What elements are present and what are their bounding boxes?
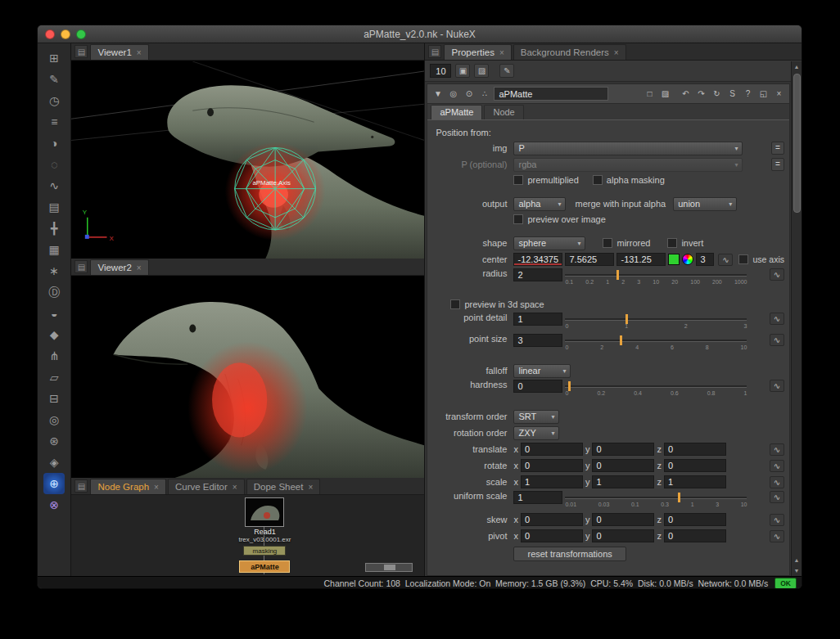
ocio-tools-icon[interactable]: ◎ [43,409,65,430]
time-tools-icon[interactable]: ◷ [43,90,65,111]
hide-input-icon[interactable]: □ [644,88,656,100]
revert-icon[interactable]: ↻ [711,88,723,100]
collapse-panel-icon[interactable]: ▼ [431,88,444,100]
falloff-dropdown[interactable]: linear ▾ [513,364,571,378]
curve-editor-tab[interactable]: Curve Editor × [168,479,245,494]
plugin-blue-icon[interactable]: ⊕ [43,473,65,494]
scale-x-field[interactable] [521,475,583,488]
close-panel-icon[interactable]: × [773,88,785,100]
mask-node[interactable]: masking [243,546,286,556]
transform-order-dropdown[interactable]: SRT ▾ [513,410,559,424]
pivot-x-field[interactable] [521,529,583,542]
alpha-masking-checkbox[interactable]: alpha masking [593,175,665,185]
close-window-button[interactable] [45,29,55,39]
color-wheel-icon[interactable] [682,254,693,265]
node-graph-tab[interactable]: Node Graph × [90,479,166,494]
skew-x-field[interactable] [521,513,583,526]
3d-tools-icon[interactable]: ▦ [43,239,65,260]
zoom-window-button[interactable] [76,29,86,39]
script-icon[interactable]: S [726,88,738,100]
center-node-icon[interactable]: ◎ [447,88,459,100]
scroll-up-icon[interactable]: ▲ [792,555,802,565]
pin-panels-icon[interactable]: ▣ [455,64,470,78]
deep-tools-icon[interactable]: Ⓓ [43,281,65,303]
particles-tools-icon[interactable]: ∗ [43,260,65,281]
scale-z-field[interactable] [664,475,726,488]
hardness-slider[interactable]: 00.20.40.60.81 [565,380,747,399]
scroll-down-icon[interactable]: ▼ [792,565,802,576]
keyer-tools-icon[interactable]: ∿ [43,175,65,196]
plugin-purple-icon[interactable]: ⊗ [43,494,65,515]
invert-checkbox[interactable]: invert [667,238,703,248]
node-color-icon[interactable]: ⊙ [463,88,475,100]
point-detail-slider[interactable]: 0123 [565,313,747,332]
viewer1-viewport[interactable]: aPMatte.Axis Y X [71,61,424,259]
close-tab-icon[interactable]: × [137,263,142,272]
channel-tools-icon[interactable]: ≡ [43,111,65,133]
merge-tools-icon[interactable]: ▤ [43,196,65,218]
viewer1-tab[interactable]: Viewer1 × [90,44,148,60]
float-panel-icon[interactable]: ◱ [757,88,770,100]
scale-y-field[interactable] [592,475,654,488]
help-icon[interactable]: ? [742,88,754,100]
panel-menu-icon[interactable]: ▤ [75,479,88,493]
flow-tools-icon[interactable]: ⊛ [43,430,65,452]
close-tab-icon[interactable]: × [154,483,159,492]
p-expression-button[interactable]: = [771,158,784,171]
uniform-scale-field[interactable] [513,491,562,504]
preview-in-3d-space-checkbox[interactable]: preview in 3d space [450,299,544,309]
use-axis-checkbox[interactable]: use axis [738,254,784,264]
mirrored-checkbox[interactable]: mirrored [603,238,650,248]
center-curve-button[interactable]: ∿ [718,254,733,266]
translate-curve-button[interactable]: ∿ [770,443,784,456]
matte-sphere-wireframe[interactable] [235,147,316,229]
center-z-field[interactable] [616,253,666,266]
rotate-curve-button[interactable]: ∿ [770,460,784,472]
viewer2-tab[interactable]: Viewer2 × [90,259,148,275]
rotate-z-field[interactable] [664,459,726,472]
p-optional-dropdown[interactable]: rgba ▾ [513,158,743,172]
scale-curve-button[interactable]: ∿ [770,476,784,488]
gizmo-tools-icon[interactable]: ◈ [43,452,65,473]
animation-menu-icon[interactable]: ∴ [478,88,490,100]
radius-field[interactable] [513,268,562,281]
rotate-y-field[interactable] [592,459,654,472]
properties-scrollbar[interactable]: ▲ ▲ ▼ [791,61,802,576]
read-node-thumbnail[interactable] [245,497,284,527]
center-y-field[interactable] [565,253,614,266]
translate-y-field[interactable] [592,443,654,456]
pivot-z-field[interactable] [664,529,726,542]
panel-menu-icon[interactable]: ▤ [75,260,88,273]
clear-panels-icon[interactable]: ▨ [474,64,489,78]
panel-menu-icon[interactable]: ▤ [75,45,88,58]
dope-sheet-tab[interactable]: Dope Sheet × [246,479,321,494]
rotate-x-field[interactable] [521,459,583,472]
transform-tools-icon[interactable]: ╋ [43,218,65,239]
point-detail-field[interactable] [513,313,562,326]
views-tools-icon[interactable]: ◒ [43,303,65,324]
nodegraph-minimap[interactable] [365,563,413,572]
center-x-field[interactable] [513,253,562,266]
draw-tools-icon[interactable]: ✎ [43,69,65,90]
skew-z-field[interactable] [664,513,726,526]
point-size-slider[interactable]: 0246810 [565,334,747,353]
filter-tools-icon[interactable]: ◌ [43,154,65,175]
metadata-tools-icon[interactable]: ◆ [43,324,65,345]
hardness-curve-button[interactable]: ∿ [770,380,784,392]
scroll-up-icon[interactable]: ▲ [792,61,802,72]
close-tab-icon[interactable]: × [499,48,504,57]
close-tab-icon[interactable]: × [137,48,142,57]
point-detail-curve-button[interactable]: ∿ [770,313,784,325]
undo-icon[interactable]: ↶ [680,88,692,100]
tab-node[interactable]: Node [484,105,523,119]
center-sample-field[interactable] [696,253,714,266]
rotation-order-dropdown[interactable]: ZXY ▾ [513,426,559,440]
properties-tab[interactable]: Properties × [444,44,511,60]
pivot-curve-button[interactable]: ∿ [770,530,784,542]
premultiplied-checkbox[interactable]: premultiplied [513,175,578,185]
translate-z-field[interactable] [664,443,726,456]
pivot-y-field[interactable] [592,529,654,542]
scrollbar-thumb[interactable] [793,74,801,213]
close-tab-icon[interactable]: × [233,483,237,492]
hardness-field[interactable] [513,380,562,393]
